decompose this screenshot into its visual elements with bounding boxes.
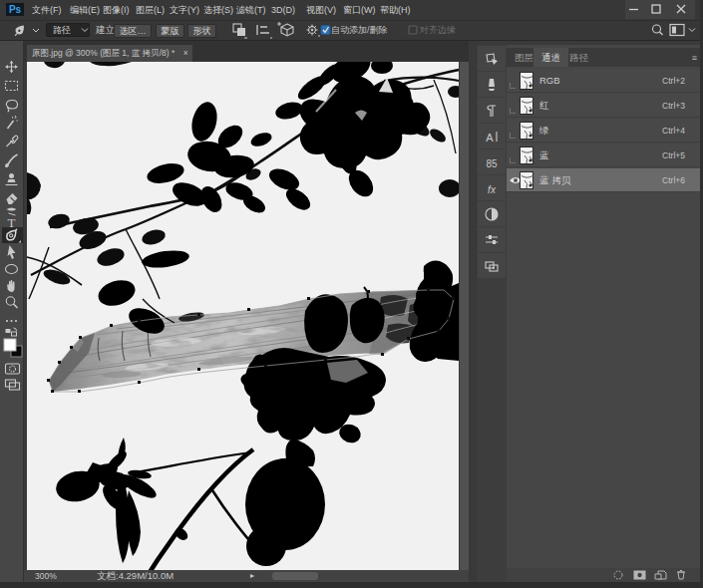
svg-text:A: A <box>486 132 494 144</box>
svg-text:fx: fx <box>488 184 497 195</box>
svg-text:85: 85 <box>486 158 498 169</box>
